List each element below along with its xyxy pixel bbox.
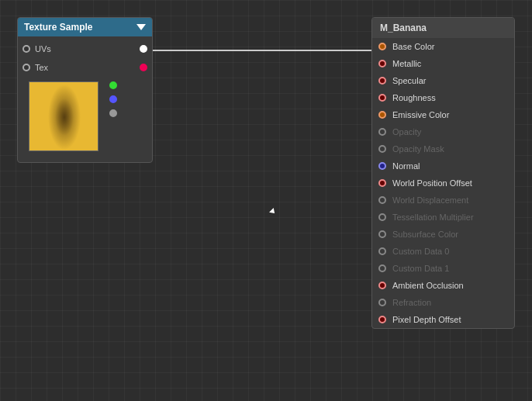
node-body: UVs Tex [18,36,152,162]
texture-preview [29,81,98,151]
world-displacement-pin[interactable] [378,196,386,204]
emissive-pin[interactable] [378,111,386,119]
subsurface-pin[interactable] [378,230,386,238]
mat-row-pixel-depth[interactable]: Pixel Depth Offset [372,311,514,328]
texture-sample-node[interactable]: Texture Sample UVs Tex [17,17,153,163]
base-color-label: Base Color [392,42,434,51]
roughness-label: Roughness [392,93,436,102]
material-rows: Base Color Metallic Specular Roughness E… [372,38,514,328]
mat-row-opacity-mask[interactable]: Opacity Mask [372,140,514,157]
roughness-pin[interactable] [378,94,386,102]
node-row-uvs: UVs [18,40,152,58]
node-header: Texture Sample [18,18,152,36]
material-node[interactable]: M_Banana Base Color Metallic Specular Ro… [371,17,515,329]
pixel-depth-pin[interactable] [378,316,386,323]
material-node-header: M_Banana [372,18,514,38]
mat-row-custom-data-0[interactable]: Custom Data 0 [372,243,514,260]
node-title: Texture Sample [24,22,92,33]
mat-row-custom-data-1[interactable]: Custom Data 1 [372,260,514,277]
uvs-label: UVs [35,44,51,54]
world-displacement-label: World Displacement [392,195,468,205]
refraction-pin[interactable] [378,299,386,306]
output-pin-blue[interactable] [109,95,117,103]
mat-row-world-displacement[interactable]: World Displacement [372,192,514,209]
base-color-pin[interactable] [378,43,386,50]
ambient-occlusion-pin[interactable] [378,282,386,289]
output-pin-green[interactable] [109,81,117,89]
subsurface-label: Subsurface Color [392,230,458,239]
specular-pin[interactable] [378,77,386,85]
mat-row-world-position[interactable]: World Position Offset [372,175,514,192]
material-node-title: M_Banana [380,22,427,33]
mat-row-normal[interactable]: Normal [372,157,514,175]
pixel-depth-label: Pixel Depth Offset [392,315,461,324]
mat-row-emissive[interactable]: Emissive Color [372,106,514,123]
mat-row-base-color[interactable]: Base Color [372,38,514,55]
output-pin-alpha[interactable] [109,109,117,117]
node-row-tex: Tex [18,58,152,77]
collapse-arrow-icon[interactable] [136,24,146,30]
opacity-mask-pin[interactable] [378,145,386,153]
refraction-label: Refraction [392,298,431,307]
tessellation-pin[interactable] [378,213,386,221]
world-position-label: World Position Offset [392,178,472,188]
custom-data-0-label: Custom Data 0 [392,247,449,256]
opacity-label: Opacity [392,127,421,137]
custom-data-1-pin[interactable] [378,264,386,272]
mat-row-subsurface[interactable]: Subsurface Color [372,226,514,243]
mat-row-roughness[interactable]: Roughness [372,89,514,106]
world-position-pin[interactable] [378,179,386,187]
mat-row-refraction[interactable]: Refraction [372,294,514,311]
mat-row-metallic[interactable]: Metallic [372,55,514,72]
mat-row-specular[interactable]: Specular [372,72,514,89]
mat-row-ambient-occlusion[interactable]: Ambient Occlusion [372,277,514,294]
opacity-mask-label: Opacity Mask [392,144,444,154]
custom-data-0-pin[interactable] [378,247,386,255]
tex-label: Tex [35,63,48,72]
tessellation-label: Tessellation Multiplier [392,213,474,222]
emissive-label: Emissive Color [392,110,449,119]
custom-data-1-label: Custom Data 1 [392,264,449,273]
mat-row-tessellation[interactable]: Tessellation Multiplier [372,209,514,226]
uvs-input-pin[interactable] [22,45,30,53]
mat-row-opacity[interactable]: Opacity [372,123,514,140]
normal-pin[interactable] [378,162,386,170]
normal-label: Normal [392,161,420,171]
metallic-label: Metallic [392,59,421,68]
uvs-output-pin[interactable] [140,45,147,53]
ambient-occlusion-label: Ambient Occlusion [392,281,464,290]
specular-label: Specular [392,76,426,85]
texture-preview-inner [29,82,98,150]
tex-input-pin[interactable] [22,64,30,71]
tex-output-pin[interactable] [140,64,147,71]
opacity-pin[interactable] [378,128,386,136]
metallic-pin[interactable] [378,60,386,67]
